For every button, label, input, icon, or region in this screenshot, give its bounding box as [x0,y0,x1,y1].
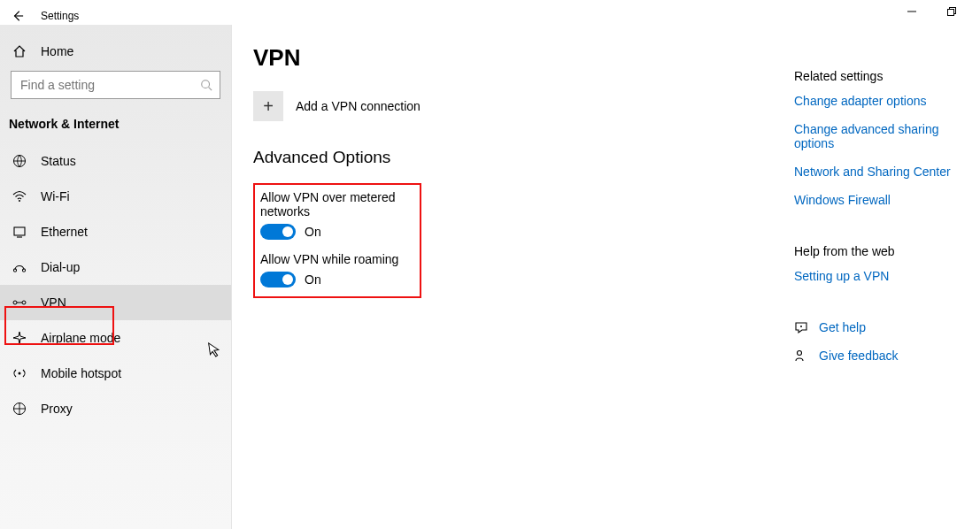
window-minimize-button[interactable] [891,2,931,21]
svg-point-15 [19,372,21,375]
link-advanced-sharing[interactable]: Change advanced sharing options [794,122,971,150]
link-adapter-options[interactable]: Change adapter options [794,94,971,108]
sidebar-item-label: VPN [41,295,66,310]
svg-rect-10 [14,269,17,272]
home-icon [12,44,27,58]
sidebar-item-vpn[interactable]: VPN [0,285,231,320]
svg-line-5 [209,88,212,91]
back-button[interactable] [5,4,30,28]
option-label-metered: Allow VPN over metered networks [260,190,414,218]
toggle-state-roaming: On [305,272,321,287]
get-help-link[interactable]: Get help [819,320,866,334]
vpn-icon [12,295,27,310]
sidebar-item-ethernet[interactable]: Ethernet [0,214,231,249]
svg-point-13 [22,301,26,304]
feedback-icon [794,349,808,363]
wifi-icon [12,189,27,203]
search-input[interactable] [11,71,220,99]
option-label-roaming: Allow VPN while roaming [260,252,414,266]
link-network-sharing-center[interactable]: Network and Sharing Center [794,165,971,179]
give-feedback-row[interactable]: Give feedback [794,349,971,363]
advanced-options-heading: Advanced Options [253,148,794,167]
ethernet-icon [12,225,27,239]
plus-icon: + [263,96,274,117]
page-title: VPN [253,44,794,72]
sidebar-item-label: Mobile hotspot [41,366,121,380]
sidebar: Settings Home Network & Internet Stat [0,25,232,529]
sidebar-item-proxy[interactable]: Proxy [0,391,231,426]
toggle-state-metered: On [305,225,321,239]
related-settings-heading: Related settings [794,69,971,83]
search-field[interactable] [19,77,200,93]
add-vpn-label: Add a VPN connection [296,99,421,113]
svg-point-12 [13,301,17,304]
sidebar-item-label: Proxy [41,402,73,416]
sidebar-item-status[interactable]: Status [0,143,231,179]
get-help-row[interactable]: Get help [794,320,971,334]
sidebar-home-label: Home [41,44,73,58]
search-icon [200,79,212,91]
right-panel: Related settings Change adapter options … [794,42,971,529]
window-maximize-button[interactable] [931,2,971,21]
hotspot-icon [12,366,27,380]
sidebar-item-dialup[interactable]: Dial-up [0,249,231,285]
svg-rect-2 [947,10,953,16]
svg-point-4 [202,80,210,88]
sidebar-item-airplane[interactable]: Airplane mode [0,320,231,356]
get-help-icon [794,320,808,334]
svg-point-7 [19,200,20,202]
status-icon [12,154,27,168]
svg-point-18 [798,351,802,356]
sidebar-item-label: Status [41,154,76,168]
sidebar-item-label: Dial-up [41,260,80,274]
sidebar-item-label: Airplane mode [41,331,120,345]
sidebar-item-label: Ethernet [41,225,88,239]
sidebar-nav: Status Wi-Fi Ethernet Dial-up [0,143,231,426]
sidebar-item-hotspot[interactable]: Mobile hotspot [0,356,231,391]
link-windows-firewall[interactable]: Windows Firewall [794,193,971,207]
sidebar-item-label: Wi-Fi [41,189,70,203]
airplane-icon [12,331,27,345]
toggle-metered[interactable] [260,224,296,240]
toggle-roaming[interactable] [260,272,296,288]
svg-point-17 [800,326,802,327]
link-setting-up-vpn[interactable]: Setting up a VPN [794,269,971,283]
highlight-box-advanced-options: Allow VPN over metered networks On Allow… [253,183,421,298]
give-feedback-link[interactable]: Give feedback [819,349,899,363]
sidebar-category: Network & Internet [0,104,231,143]
sidebar-home[interactable]: Home [0,32,231,71]
svg-rect-8 [14,227,25,235]
dialup-icon [12,260,27,274]
add-vpn-button[interactable]: + [253,91,283,121]
help-from-web-heading: Help from the web [794,244,971,258]
sidebar-item-wifi[interactable]: Wi-Fi [0,179,231,214]
main-content: VPN + Add a VPN connection Advanced Opti… [253,42,794,529]
proxy-icon [12,402,27,416]
svg-rect-11 [23,269,26,272]
app-title: Settings [41,10,79,22]
add-vpn-row[interactable]: + Add a VPN connection [253,91,794,121]
